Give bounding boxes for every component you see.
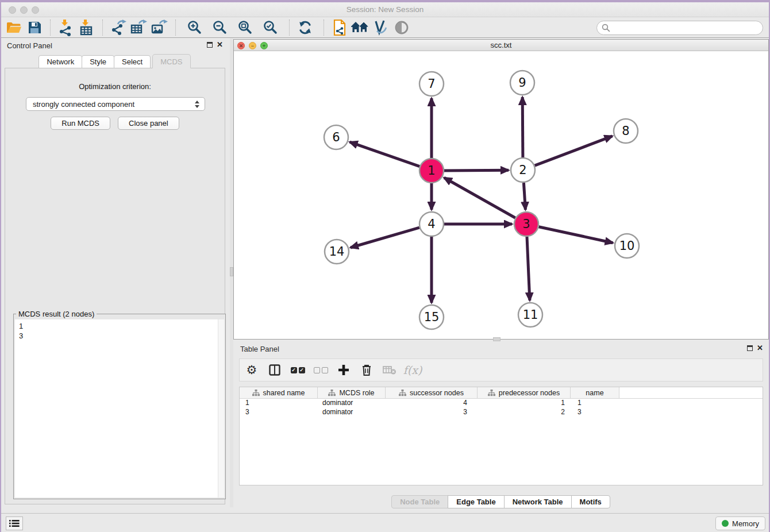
- column-label: MCDS role: [339, 389, 374, 397]
- tab-network[interactable]: Network: [38, 55, 82, 68]
- search-icon: [602, 24, 610, 32]
- tab-motifs[interactable]: Motifs: [571, 495, 610, 508]
- tab-node-table[interactable]: Node Table: [391, 495, 448, 508]
- close-panel-button[interactable]: Close panel: [118, 117, 179, 130]
- mcds-result-text: 1 3: [19, 321, 224, 341]
- run-mcds-button[interactable]: Run MCDS: [51, 117, 110, 130]
- cell-predecessor_nodes[interactable]: 2: [478, 408, 571, 417]
- duplicate-network-icon[interactable]: [329, 18, 350, 37]
- tab-select[interactable]: Select: [114, 55, 151, 68]
- status-bar: Memory: [0, 513, 770, 532]
- result-scrollbar[interactable]: [218, 319, 224, 498]
- zoom-selected-icon[interactable]: [260, 18, 281, 37]
- criterion-value: strongly connected component: [33, 100, 134, 109]
- graph-node-4[interactable]: 4: [419, 212, 444, 236]
- cell-successor_nodes[interactable]: 4: [386, 399, 478, 408]
- cell-mcds_role[interactable]: dominator: [318, 399, 386, 408]
- tab-style[interactable]: Style: [82, 55, 114, 68]
- svg-text:9: 9: [518, 76, 526, 90]
- float-table-panel-icon[interactable]: [747, 345, 753, 351]
- export-network-icon[interactable]: [108, 18, 129, 37]
- graph-node-9[interactable]: 9: [510, 71, 534, 95]
- graph-node-10[interactable]: 10: [615, 234, 639, 258]
- apply-layout-icon[interactable]: [295, 18, 315, 37]
- zoom-out-icon[interactable]: [210, 18, 230, 37]
- main-toolbar: [0, 17, 770, 38]
- graph-node-6[interactable]: 6: [324, 125, 348, 149]
- graph-edge-3-1[interactable]: [444, 178, 515, 218]
- graph-node-7[interactable]: 7: [419, 72, 444, 96]
- graph-node-2[interactable]: 2: [511, 158, 535, 182]
- export-table-icon[interactable]: [129, 18, 149, 37]
- table-row[interactable]: 1dominator411: [240, 399, 763, 408]
- close-table-panel-icon[interactable]: ✕: [757, 344, 763, 352]
- column-header-shared-name[interactable]: shared name: [240, 387, 318, 398]
- mcds-result-title: MCDS result (2 nodes): [16, 310, 97, 318]
- add-column-icon[interactable]: [336, 363, 351, 377]
- search-box[interactable]: [596, 21, 763, 35]
- network-canvas[interactable]: 7968124314101511: [234, 51, 768, 339]
- cell-shared_name[interactable]: 3: [240, 408, 318, 417]
- tab-network-table[interactable]: Network Table: [504, 495, 572, 508]
- network-window-titlebar[interactable]: ✕ − + scc.txt: [234, 40, 768, 51]
- mcds-result-area[interactable]: 1 3: [15, 319, 224, 498]
- float-panel-icon[interactable]: [207, 42, 213, 48]
- horizontal-splitter-grip[interactable]: [493, 337, 500, 341]
- cell-name[interactable]: 3: [571, 408, 619, 417]
- cell-shared_name[interactable]: 1: [240, 399, 318, 408]
- memory-label: Memory: [732, 519, 759, 528]
- tab-mcds[interactable]: MCDS: [152, 54, 190, 68]
- memory-button[interactable]: Memory: [715, 516, 765, 530]
- zoom-fit-icon[interactable]: [235, 18, 256, 37]
- column-flag-icon: [328, 390, 336, 396]
- show-hide-icon[interactable]: [391, 18, 412, 37]
- open-session-icon[interactable]: [3, 18, 24, 37]
- graph-node-3[interactable]: 3: [514, 212, 538, 236]
- column-header-successor-nodes[interactable]: successor nodes: [386, 387, 478, 398]
- table-settings-icon[interactable]: ⚙: [244, 363, 259, 377]
- home-panes-icon[interactable]: [350, 18, 371, 37]
- column-header-predecessor-nodes[interactable]: predecessor nodes: [478, 387, 571, 398]
- search-input[interactable]: [613, 23, 763, 33]
- close-panel-icon[interactable]: ✕: [217, 40, 223, 49]
- column-layout-icon[interactable]: [267, 363, 282, 377]
- graph-node-15[interactable]: 15: [419, 305, 444, 329]
- criterion-dropdown[interactable]: strongly connected component: [26, 97, 205, 111]
- graph-node-1[interactable]: 1: [419, 159, 444, 183]
- import-table-icon[interactable]: [76, 18, 97, 37]
- svg-text:6: 6: [332, 130, 340, 144]
- graph-node-8[interactable]: 8: [614, 119, 638, 143]
- network-graph: 7968124314101511: [234, 51, 768, 339]
- table-toolbar: ⚙ ✓✓ f(x): [239, 358, 763, 381]
- graph-node-11[interactable]: 11: [518, 303, 542, 327]
- tab-edge-table[interactable]: Edge Table: [448, 495, 504, 508]
- cell-predecessor_nodes[interactable]: 1: [478, 399, 571, 408]
- graph-edge-2-3[interactable]: [523, 183, 525, 210]
- table-panel-tabs: Node TableEdge TableNetwork TableMotifs: [233, 495, 769, 508]
- delete-table-icon[interactable]: [382, 363, 397, 377]
- cell-successor_nodes[interactable]: 3: [386, 408, 478, 417]
- graph-edge-1-2[interactable]: [444, 170, 509, 171]
- apply-style-icon[interactable]: [371, 18, 391, 37]
- graph-edge-2-9[interactable]: [522, 97, 523, 157]
- task-history-button[interactable]: [6, 516, 23, 530]
- graph-edge-2-8[interactable]: [535, 136, 613, 165]
- delete-column-icon[interactable]: [359, 363, 374, 377]
- table-row[interactable]: 3dominator323: [240, 408, 763, 417]
- zoom-in-icon[interactable]: [184, 18, 205, 37]
- save-session-icon[interactable]: [24, 18, 45, 37]
- deselect-all-icon[interactable]: [313, 363, 328, 377]
- column-header-MCDS-role[interactable]: MCDS role: [318, 387, 386, 398]
- select-all-icon[interactable]: ✓✓: [290, 363, 305, 377]
- graph-edge-4-14[interactable]: [351, 228, 419, 248]
- graph-edge-3-11[interactable]: [527, 237, 530, 300]
- graph-edge-1-6[interactable]: [350, 142, 420, 167]
- cell-mcds_role[interactable]: dominator: [318, 408, 386, 417]
- function-builder-icon[interactable]: f(x): [405, 363, 420, 377]
- import-network-icon[interactable]: [56, 18, 76, 37]
- cell-name[interactable]: 1: [571, 399, 619, 408]
- column-header-name[interactable]: name: [571, 387, 619, 398]
- graph-node-14[interactable]: 14: [325, 240, 349, 264]
- graph-edge-3-10[interactable]: [539, 227, 613, 243]
- export-image-icon[interactable]: [149, 18, 170, 37]
